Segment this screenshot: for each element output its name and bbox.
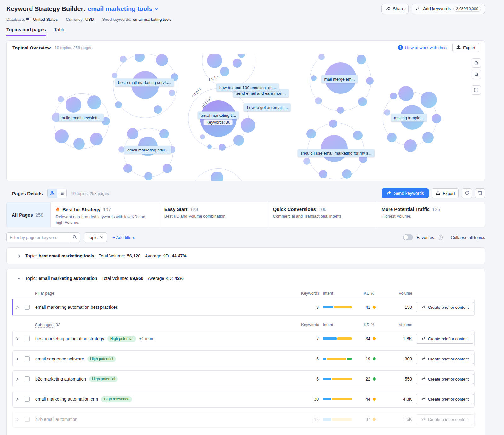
topic-chip-mail-merge[interactable]: mail merge em... bbox=[322, 75, 358, 83]
page-bubble[interactable] bbox=[73, 138, 85, 150]
page-bubble[interactable] bbox=[112, 73, 117, 78]
page-bubble[interactable] bbox=[358, 97, 367, 106]
more-badges-link[interactable]: +1 more bbox=[139, 336, 154, 341]
row-checkbox[interactable] bbox=[25, 356, 30, 361]
tree-view-button[interactable] bbox=[48, 189, 57, 198]
how-to-work-with-data-link[interactable]: ? How to work with data bbox=[398, 45, 447, 50]
topic-chip-best-email-services[interactable]: best email marketing servic... bbox=[115, 79, 174, 87]
page-bubble[interactable] bbox=[422, 132, 434, 143]
page-bubble[interactable] bbox=[306, 129, 316, 138]
page-bubble[interactable] bbox=[58, 96, 64, 102]
page-bubble[interactable] bbox=[319, 170, 327, 178]
expand-row-chevron[interactable] bbox=[13, 337, 20, 341]
create-brief-button[interactable]: Create brief or content bbox=[416, 374, 474, 384]
create-brief-button[interactable]: Create brief or content bbox=[416, 302, 474, 312]
page-bubble[interactable] bbox=[163, 164, 172, 173]
topic-chip-should-use[interactable]: should i use email marketing for my s... bbox=[298, 149, 374, 157]
topic-chip-pricing[interactable]: email marketing prici... bbox=[124, 146, 171, 154]
send-keywords-button[interactable]: Send keywords bbox=[382, 188, 429, 198]
overview-export-button[interactable]: Export bbox=[452, 43, 479, 52]
page-bubble[interactable] bbox=[87, 95, 101, 109]
page-bubble[interactable] bbox=[390, 93, 397, 99]
page-bubble[interactable] bbox=[118, 146, 125, 153]
info-icon[interactable]: i bbox=[438, 235, 443, 240]
page-bubble[interactable] bbox=[384, 109, 390, 116]
topic-chip-mailing-templates[interactable]: mailing templa... bbox=[391, 114, 427, 122]
page-bubble[interactable] bbox=[154, 105, 162, 114]
expand-row-chevron[interactable] bbox=[13, 377, 20, 381]
row-checkbox[interactable] bbox=[25, 417, 30, 422]
expand-row-chevron[interactable] bbox=[13, 418, 20, 421]
page-bubble[interactable] bbox=[123, 164, 132, 173]
page-chip-get-email-list[interactable]: how to get an email l... bbox=[244, 104, 291, 111]
page-bubble[interactable] bbox=[55, 129, 69, 143]
topic-bubble[interactable] bbox=[321, 135, 348, 162]
collapse-all-topics-link[interactable]: Collapse all topics bbox=[451, 235, 485, 240]
project-selector[interactable]: email marketing tools bbox=[88, 5, 158, 13]
page-bubble[interactable] bbox=[303, 158, 310, 165]
filter-card-all-pages[interactable]: All Pages258 bbox=[7, 202, 51, 227]
add-keywords-button[interactable]: Add keywords 2,089/10,000 bbox=[412, 4, 485, 14]
page-bubble[interactable] bbox=[220, 67, 229, 76]
page-bubble[interactable] bbox=[241, 118, 255, 133]
topic-header[interactable]: Topic:best email marketing tools Total V… bbox=[7, 248, 485, 264]
page-title-link[interactable]: email sequence software bbox=[35, 356, 84, 361]
chevron-right-icon[interactable] bbox=[15, 254, 21, 258]
page-bubble[interactable] bbox=[387, 133, 397, 142]
row-checkbox[interactable] bbox=[25, 376, 30, 381]
page-bubble[interactable] bbox=[66, 97, 81, 113]
page-bubble[interactable] bbox=[432, 114, 441, 123]
filter-card-best-for-strategy[interactable]: Best for Strategy107 Relevant non-brande… bbox=[51, 202, 159, 227]
topic-bubble-map[interactable]: subs topic pillar build email newslett..… bbox=[7, 54, 485, 181]
chevron-down-icon[interactable] bbox=[15, 277, 21, 280]
page-title-link[interactable]: b2b email automation bbox=[35, 417, 77, 422]
pillar-topic-label[interactable]: email marketing ti... Keywords: 30 bbox=[198, 112, 239, 125]
page-bubble[interactable] bbox=[200, 134, 205, 139]
row-checkbox[interactable] bbox=[25, 397, 30, 402]
page-bubble[interactable] bbox=[311, 75, 317, 81]
refresh-button[interactable] bbox=[462, 188, 472, 198]
filter-card-easy-start[interactable]: Easy Start123 Best KD and Volume combina… bbox=[159, 202, 268, 227]
filter-card-quick-conversions[interactable]: Quick Conversions106 Commercial and Tran… bbox=[268, 202, 377, 227]
page-bubble[interactable] bbox=[219, 144, 226, 151]
page-bubble[interactable] bbox=[156, 54, 168, 66]
page-bubble[interactable] bbox=[233, 59, 242, 68]
zoom-out-button[interactable] bbox=[472, 70, 481, 79]
share-button[interactable]: Share bbox=[381, 4, 409, 14]
create-brief-button[interactable]: Create brief or content bbox=[416, 354, 474, 364]
add-filters-link[interactable]: + Add filters bbox=[113, 235, 135, 240]
page-bubble[interactable] bbox=[398, 86, 414, 101]
page-bubble[interactable] bbox=[342, 169, 352, 179]
page-title-link[interactable]: best marketing automation strategy bbox=[35, 336, 104, 341]
fit-to-screen-button[interactable] bbox=[472, 85, 481, 95]
page-bubble[interactable] bbox=[357, 55, 366, 64]
pages-export-button[interactable]: Export bbox=[432, 188, 459, 198]
page-bubble[interactable] bbox=[404, 139, 417, 152]
tab-table[interactable]: Table bbox=[54, 27, 66, 36]
zoom-in-button[interactable] bbox=[472, 58, 481, 68]
search-button[interactable] bbox=[69, 232, 80, 242]
create-brief-button[interactable]: Create brief or content bbox=[416, 334, 474, 344]
page-bubble[interactable] bbox=[90, 133, 103, 145]
expand-row-chevron[interactable] bbox=[13, 398, 20, 401]
page-bubble[interactable] bbox=[315, 97, 322, 104]
page-bubble[interactable] bbox=[353, 131, 363, 140]
filter-card-more-potential-traffic[interactable]: More Potential Traffic126 Highest Volume… bbox=[376, 202, 485, 227]
page-bubble[interactable] bbox=[421, 92, 437, 108]
page-bubble[interactable] bbox=[144, 172, 152, 180]
page-keyword-filter-input[interactable] bbox=[6, 232, 69, 242]
row-checkbox[interactable] bbox=[25, 336, 30, 341]
expand-row-chevron[interactable] bbox=[13, 357, 20, 361]
page-bubble[interactable] bbox=[233, 135, 244, 146]
clipboard-button[interactable] bbox=[475, 188, 485, 198]
list-view-button[interactable] bbox=[57, 189, 66, 198]
topic-header[interactable]: Topic:email marketing automation Total V… bbox=[7, 269, 485, 287]
expand-row-chevron[interactable] bbox=[13, 306, 20, 309]
topic-chip-build-newsletter[interactable]: build email newslett... bbox=[59, 114, 104, 122]
page-title-link[interactable]: email marketing automation best practice… bbox=[35, 305, 118, 310]
page-bubble[interactable] bbox=[120, 56, 127, 63]
page-bubble[interactable] bbox=[127, 128, 138, 139]
page-bubble[interactable] bbox=[169, 90, 175, 96]
tab-topics-and-pages[interactable]: Topics and pages bbox=[6, 27, 46, 36]
page-title-link[interactable]: email marketing automation crm bbox=[35, 397, 98, 402]
